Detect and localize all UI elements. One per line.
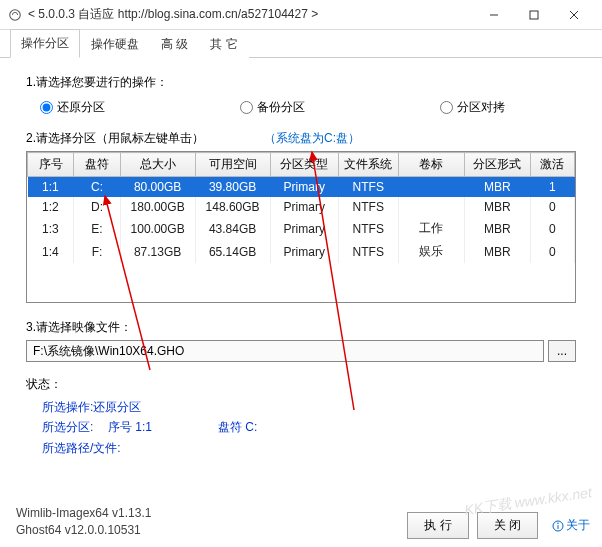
- window-controls: [474, 1, 594, 29]
- status-partition: 所选分区: 序号 1:1 盘符 C:: [42, 417, 576, 437]
- th-free[interactable]: 可用空间: [195, 153, 270, 177]
- info-icon: [552, 520, 564, 532]
- app-icon: [8, 8, 22, 22]
- section3-label: 3.请选择映像文件：: [26, 319, 586, 336]
- section1-label: 1.请选择您要进行的操作：: [26, 74, 586, 91]
- th-seq[interactable]: 序号: [28, 153, 74, 177]
- section2-header: 2.请选择分区（用鼠标左键单击） （系统盘为C:盘）: [26, 130, 586, 147]
- th-total[interactable]: 总大小: [120, 153, 195, 177]
- tab-partition-ops[interactable]: 操作分区: [10, 29, 80, 58]
- titlebar: < 5.0.0.3 自适应 http://blog.sina.com.cn/a5…: [0, 0, 602, 30]
- status-label: 状态：: [26, 376, 586, 393]
- status-op: 所选操作: 还原分区: [42, 397, 576, 417]
- browse-button[interactable]: ...: [548, 340, 576, 362]
- about-link[interactable]: 关于: [552, 517, 590, 534]
- tab-bar: 操作分区 操作硬盘 高 级 其 它: [0, 30, 602, 58]
- radio-copy-input[interactable]: [440, 101, 453, 114]
- radio-restore-input[interactable]: [40, 101, 53, 114]
- radio-backup[interactable]: 备份分区: [240, 99, 440, 116]
- execute-button[interactable]: 执 行: [407, 512, 468, 539]
- status-path: 所选路径/文件:: [42, 438, 576, 458]
- image-file-row: ...: [26, 340, 576, 362]
- section2-note: （系统盘为C:盘）: [264, 130, 360, 147]
- radio-copy[interactable]: 分区对拷: [440, 99, 505, 116]
- close-button[interactable]: [554, 1, 594, 29]
- th-vol[interactable]: 卷标: [398, 153, 464, 177]
- window-title: < 5.0.0.3 自适应 http://blog.sina.com.cn/a5…: [28, 6, 474, 23]
- section2-label: 2.请选择分区（用鼠标左键单击）: [26, 130, 204, 147]
- th-pform[interactable]: 分区形式: [464, 153, 530, 177]
- status-box: 所选操作: 还原分区 所选分区: 序号 1:1 盘符 C: 所选路径/文件:: [42, 397, 576, 458]
- radio-backup-input[interactable]: [240, 101, 253, 114]
- svg-point-7: [557, 522, 559, 524]
- radio-restore[interactable]: 还原分区: [40, 99, 240, 116]
- svg-rect-2: [530, 11, 538, 19]
- maximize-button[interactable]: [514, 1, 554, 29]
- minimize-button[interactable]: [474, 1, 514, 29]
- tab-advanced[interactable]: 高 级: [150, 30, 199, 58]
- th-drive[interactable]: 盘符: [74, 153, 120, 177]
- table-row[interactable]: 1:3E:100.00GB43.84GBPrimaryNTFS工作MBR0: [28, 217, 575, 240]
- close-button-footer[interactable]: 关 闭: [477, 512, 538, 539]
- th-fs[interactable]: 文件系统: [338, 153, 398, 177]
- svg-point-0: [10, 9, 21, 20]
- main-content: 1.请选择您要进行的操作： 还原分区 备份分区 分区对拷 2.请选择分区（用鼠标…: [0, 58, 602, 464]
- footer: Wimlib-Imagex64 v1.13.1 Ghost64 v12.0.0.…: [0, 499, 602, 547]
- tab-disk-ops[interactable]: 操作硬盘: [80, 30, 150, 58]
- table-row[interactable]: 1:1C:80.00GB39.80GBPrimaryNTFSMBR1: [28, 177, 575, 198]
- th-active[interactable]: 激活: [530, 153, 574, 177]
- partition-table: 序号 盘符 总大小 可用空间 分区类型 文件系统 卷标 分区形式 激活 1:1C…: [26, 151, 576, 303]
- table-row[interactable]: 1:4F:87.13GB65.14GBPrimaryNTFS娱乐MBR0: [28, 240, 575, 263]
- th-ptype[interactable]: 分区类型: [270, 153, 338, 177]
- table-row[interactable]: 1:2D:180.00GB148.60GBPrimaryNTFSMBR0: [28, 197, 575, 217]
- version-text: Wimlib-Imagex64 v1.13.1 Ghost64 v12.0.0.…: [16, 505, 151, 539]
- tab-other[interactable]: 其 它: [199, 30, 248, 58]
- operation-radio-group: 还原分区 备份分区 分区对拷: [40, 99, 586, 116]
- table-header-row: 序号 盘符 总大小 可用空间 分区类型 文件系统 卷标 分区形式 激活: [28, 153, 575, 177]
- image-file-input[interactable]: [26, 340, 544, 362]
